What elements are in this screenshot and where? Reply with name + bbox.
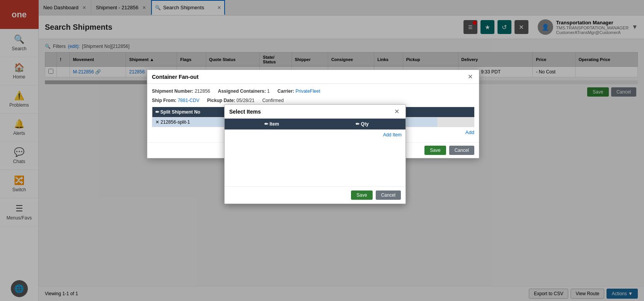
select-items-table: ✏ Item ✏ Qty — [225, 119, 405, 129]
add-item-row: Add Item — [225, 129, 405, 140]
col-item: ✏ Item — [225, 119, 319, 129]
row-split-col2 — [438, 117, 474, 127]
fanout-save-button[interactable]: Save — [424, 146, 446, 155]
select-items-body: ✏ Item ✏ Qty Add Item — [225, 119, 405, 140]
split-id: 212856-split-1 — [160, 119, 190, 125]
shipment-number-label: Shipment Number: 212856 — [152, 88, 210, 94]
fanout-close-button[interactable]: ✕ — [466, 73, 474, 80]
col-qty: ✏ Qty — [319, 119, 405, 129]
col-split-empty — [438, 107, 474, 117]
select-items-modal: Select Items ✕ ✏ Item ✏ Qty — [224, 104, 406, 204]
confirmed-label: Confirmed — [262, 98, 283, 103]
shipment-number-key: Shipment Number: — [152, 88, 193, 94]
carrier-label: Carrier: PrivateFleet — [278, 88, 320, 94]
carrier-key: Carrier: — [278, 88, 294, 94]
delete-icon: ✕ — [155, 119, 159, 125]
select-items-close-button[interactable]: ✕ — [393, 108, 401, 115]
pickup-date-info: Pickup Date: 05/28/21 — [207, 98, 255, 103]
carrier-link[interactable]: PrivateFleet — [296, 88, 320, 94]
assigned-containers-value: 1 — [267, 88, 270, 94]
add-item-link[interactable]: Add Item — [383, 132, 402, 138]
select-items-title: Select Items — [229, 109, 261, 115]
select-items-cancel-button[interactable]: Cancel — [376, 190, 401, 200]
fanout-info-row: Shipment Number: 212856 Assigned Contain… — [152, 88, 474, 94]
fanout-add-link[interactable]: Add — [465, 129, 474, 135]
ship-from-info: Ship From: 7881-CDV — [152, 98, 199, 103]
pickup-date-value: 05/28/21 — [237, 98, 255, 103]
assigned-containers-key: Assigned Containers: — [218, 88, 266, 94]
fanout-modal-header: Container Fan-out ✕ — [147, 70, 479, 84]
qty-col-label: Qty — [361, 121, 369, 127]
fanout-cancel-button[interactable]: Cancel — [449, 146, 474, 155]
ship-from-link[interactable]: 7881-CDV — [178, 98, 199, 103]
select-items-save-button[interactable]: Save — [351, 190, 372, 200]
fanout-info-row2: Ship From: 7881-CDV Pickup Date: 05/28/2… — [152, 98, 474, 103]
pickup-date-key: Pickup Date: — [207, 98, 235, 103]
fanout-title: Container Fan-out — [152, 74, 199, 80]
shipment-number-value: 212856 — [195, 88, 210, 94]
ship-from-key: Ship From: — [152, 98, 176, 103]
select-items-table-header: ✏ Item ✏ Qty — [225, 119, 405, 129]
edit-item-icon: ✏ — [264, 121, 269, 127]
select-items-footer: Save Cancel — [225, 186, 405, 204]
edit-qty-icon: ✏ — [356, 121, 361, 127]
assigned-containers-label: Assigned Containers: 1 — [218, 88, 270, 94]
select-items-header: Select Items ✕ — [225, 105, 405, 119]
edit-split-icon: ✏ — [155, 109, 159, 115]
split-shipment-label: Split Shipment No — [160, 109, 200, 115]
item-col-label: Item — [269, 121, 279, 127]
